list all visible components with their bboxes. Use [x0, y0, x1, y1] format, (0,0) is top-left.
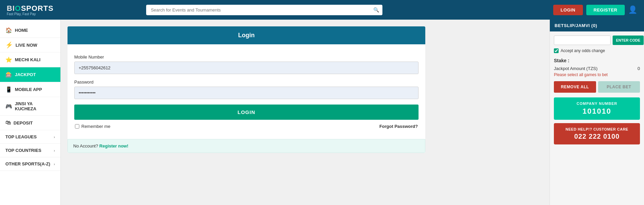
login-body: Mobile Number Password LOGIN Remember me… [68, 44, 425, 139]
no-account-bar: No Account? Register now! [68, 139, 425, 153]
chevron-right-icon-3: › [54, 162, 55, 166]
sidebar-item-jackpot[interactable]: 🎰 JACKPOT [0, 67, 60, 82]
header: BIOSPORTS Fast Play, Fast Pay 🔍 LOGIN RE… [0, 0, 644, 20]
mobile-app-icon: 📱 [5, 86, 12, 93]
mobile-number-group: Mobile Number [74, 54, 419, 74]
jackpot-icon: 🎰 [5, 71, 12, 78]
jackpot-amount-label: Jackpot Amount (TZS) [554, 66, 597, 71]
remove-all-button[interactable]: REMOVE ALL [554, 81, 596, 93]
customer-care-number: 022 222 0100 [558, 133, 636, 140]
content-area: Login Mobile Number Password LOGIN Remem… [61, 20, 549, 205]
customer-care-box: NEED HELP!? CUSTOMER CARE 022 222 0100 [554, 123, 640, 144]
sidebar-item-mobile-app[interactable]: 📱 MOBILE APP [0, 82, 60, 97]
password-input[interactable] [74, 87, 419, 99]
login-button[interactable]: LOGIN [553, 5, 583, 15]
mobile-input[interactable] [74, 62, 419, 74]
company-number-box: COMPANY NUMBER 101010 [554, 97, 640, 120]
sidebar-item-jackpot-label: JACKPOT [15, 72, 36, 77]
sidebar-item-mechi-kali[interactable]: ⭐ MECHI KALI [0, 52, 60, 67]
logo-sports: SPORTS [21, 4, 53, 13]
search-input[interactable] [146, 5, 382, 15]
mechi-kali-icon: ⭐ [5, 56, 12, 63]
sidebar-item-top-countries[interactable]: TOP COUNTRIES › [0, 144, 60, 157]
top-leagues-label: TOP LEAGUES [5, 134, 37, 139]
logo-tagline: Fast Play, Fast Pay [7, 12, 54, 16]
login-box: Login Mobile Number Password LOGIN Remem… [68, 26, 425, 153]
form-footer: Remember me Forgot Password? [74, 124, 419, 129]
header-actions: LOGIN REGISTER 👤 [553, 5, 637, 15]
company-number-label: COMPANY NUMBER [558, 101, 636, 106]
logo: BIOSPORTS Fast Play, Fast Pay [7, 4, 57, 16]
sidebar-item-home-label: HOME [15, 28, 28, 33]
please-select-text: Please select all games to bet [554, 72, 640, 77]
enter-code-button[interactable]: ENTER CODE [613, 36, 644, 45]
search-bar: 🔍 [146, 5, 382, 15]
company-number-value: 101010 [558, 107, 636, 116]
betslip-body: ENTER CODE Accept any odds change Stake … [550, 31, 644, 149]
chevron-right-icon: › [54, 135, 55, 139]
betslip-header: BETSLIP/JAMVI (0) [550, 20, 644, 31]
top-countries-label: TOP COUNTRIES [5, 148, 41, 153]
sidebar-item-top-leagues[interactable]: TOP LEAGUES › [0, 130, 60, 144]
odds-change-checkbox[interactable] [554, 48, 559, 53]
sidebar-item-other-sports[interactable]: OTHER SPORTS(A-Z) › [0, 157, 60, 171]
live-icon: ⚡ [5, 42, 13, 48]
odds-change-row: Accept any odds change [554, 48, 640, 53]
customer-care-label: NEED HELP!? CUSTOMER CARE [558, 127, 636, 131]
login-title: Login [68, 26, 425, 44]
forgot-password-link[interactable]: Forgot Password? [379, 124, 418, 129]
sidebar-item-deposit[interactable]: 🛍 DEPOSIT [0, 116, 60, 130]
action-buttons: REMOVE ALL PLACE BET [554, 81, 640, 93]
password-label: Password [74, 79, 419, 85]
other-sports-label: OTHER SPORTS(A-Z) [5, 161, 50, 166]
sidebar-item-live-now[interactable]: ⚡ LIVE NOW [0, 38, 60, 52]
mobile-label: Mobile Number [74, 54, 419, 60]
password-group: Password [74, 79, 419, 99]
enter-code-input[interactable] [554, 36, 611, 45]
place-bet-button[interactable]: PLACE BET [598, 81, 640, 93]
sidebar-item-live-now-label: LIVE NOW [16, 43, 37, 48]
right-panel: BETSLIP/JAMVI (0) ENTER CODE Accept any … [549, 20, 644, 205]
odds-change-label: Accept any odds change [561, 48, 605, 53]
sidebar-item-home[interactable]: 🏠 HOME [0, 23, 60, 38]
sidebar-item-mobile-app-label: MOBILE APP [15, 87, 42, 92]
sidebar-item-deposit-label: DEPOSIT [14, 120, 33, 126]
search-icon: 🔍 [373, 7, 379, 13]
login-form-button[interactable]: LOGIN [74, 105, 419, 120]
register-button[interactable]: REGISTER [586, 5, 625, 15]
jackpot-amount-row: Jackpot Amount (TZS) 0 [554, 66, 640, 71]
remember-me-checkbox[interactable] [75, 124, 79, 129]
main-layout: 🏠 HOME ⚡ LIVE NOW ⭐ MECHI KALI 🎰 JACKPOT… [0, 20, 644, 205]
logo-bi: BI [7, 4, 15, 13]
sidebar-item-jinsi-ya-kucheza[interactable]: 🎮 JINSI YA KUCHEZA [0, 97, 60, 116]
register-now-link[interactable]: Register now! [99, 143, 128, 149]
no-account-text: No Account? [73, 143, 98, 149]
sidebar-item-jinsi-label: JINSI YA KUCHEZA [15, 101, 55, 111]
deposit-icon: 🛍 [5, 120, 11, 126]
stake-label: Stake : [554, 58, 640, 63]
remember-me-label[interactable]: Remember me [75, 124, 110, 129]
jackpot-amount-value: 0 [638, 66, 640, 71]
jinsi-icon: 🎮 [5, 103, 12, 110]
home-icon: 🏠 [5, 27, 12, 33]
user-icon: 👤 [628, 5, 637, 14]
sidebar-item-mechi-kali-label: MECHI KALI [15, 57, 41, 62]
logo-o: O [15, 4, 21, 13]
sidebar: 🏠 HOME ⚡ LIVE NOW ⭐ MECHI KALI 🎰 JACKPOT… [0, 20, 61, 205]
enter-code-row: ENTER CODE [554, 36, 640, 45]
chevron-right-icon-2: › [54, 149, 55, 153]
